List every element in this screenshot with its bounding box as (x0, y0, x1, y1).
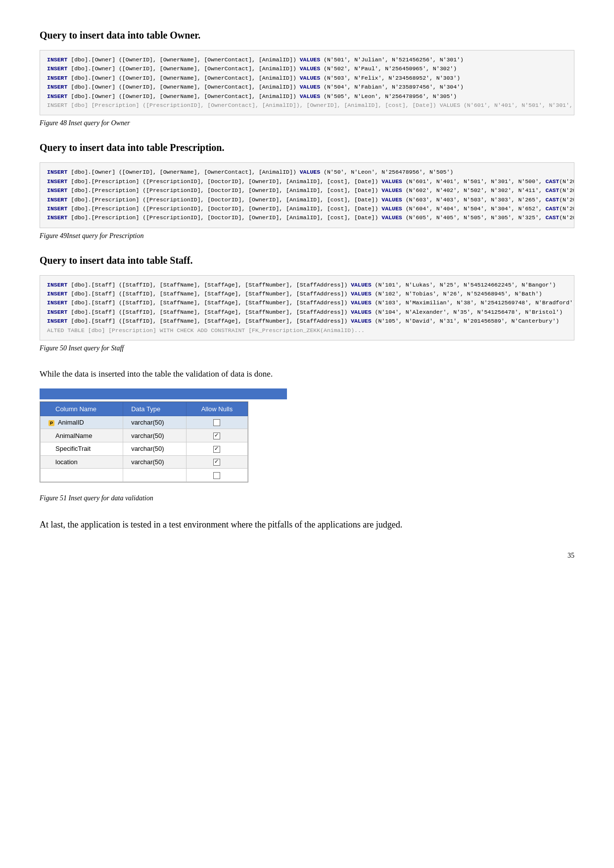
table-cell-colname (41, 469, 123, 482)
table-header-bar (40, 388, 287, 399)
col-header-colname: Column Name (41, 402, 123, 416)
col-header-allownulls: Allow Nulls (186, 402, 247, 416)
table-cell-datatype: varchar(50) (123, 455, 187, 469)
staff-figure-caption: Figure 50 Inset query for Staff (40, 344, 574, 352)
table-row: AnimalName varchar(50) (41, 429, 248, 442)
validation-table-wrapper: Column Name Data Type Allow Nulls P Anim… (40, 388, 287, 489)
table-row: SpecificTrait varchar(50) (41, 442, 248, 456)
staff-code-block: INSERT [dbo].[Staff] ([StaffID], [StaffN… (40, 275, 574, 340)
table-cell-colname: location (41, 455, 123, 469)
col-header-datatype: Data Type (123, 402, 187, 416)
table-cell-datatype: varchar(50) (123, 442, 187, 456)
table-row (41, 469, 248, 482)
checkbox-unchecked (213, 472, 220, 479)
validation-table: Column Name Data Type Allow Nulls P Anim… (40, 402, 248, 482)
prescription-section: Query to insert data into table Prescrip… (40, 142, 574, 240)
table-cell-allownulls (186, 429, 247, 442)
prescription-section-title: Query to insert data into table Prescrip… (40, 142, 574, 153)
validation-table-container: Column Name Data Type Allow Nulls P Anim… (40, 401, 248, 482)
prescription-figure-caption: Figure 49Inset query for Prescription (40, 232, 574, 240)
checkbox-checked (213, 446, 220, 453)
table-cell-allownulls (186, 442, 247, 456)
page-number: 35 (40, 552, 574, 560)
checkbox-unchecked (213, 419, 220, 426)
table-cell-datatype (123, 469, 187, 482)
table-cell-allownulls (186, 416, 247, 429)
owner-section: Query to insert data into table Owner. I… (40, 30, 574, 127)
staff-section-title: Query to insert data into table Staff. (40, 255, 574, 266)
prescription-code-block: INSERT [dbo].[Owner] ([OwnerID], [OwnerN… (40, 162, 574, 228)
validation-figure-caption: Figure 51 Inset query for data validatio… (40, 494, 574, 502)
table-cell-datatype: varchar(50) (123, 416, 187, 429)
checkbox-checked (213, 433, 220, 439)
staff-section: Query to insert data into table Staff. I… (40, 255, 574, 352)
checkbox-checked (213, 459, 220, 466)
validation-intro-text: While the data is inserted into the tabl… (40, 367, 574, 382)
table-row: P AnimalID varchar(50) (41, 416, 248, 429)
table-cell-colname: SpecificTrait (41, 442, 123, 456)
table-cell-allownulls (186, 469, 247, 482)
owner-section-title: Query to insert data into table Owner. (40, 30, 574, 41)
table-cell-datatype: varchar(50) (123, 429, 187, 442)
owner-figure-caption: Figure 48 Inset query for Owner (40, 119, 574, 127)
table-cell-colname: P AnimalID (41, 416, 123, 429)
validation-section: While the data is inserted into the tabl… (40, 367, 574, 502)
animal-id-label: AnimalID (58, 419, 84, 426)
table-header-row: Column Name Data Type Allow Nulls (41, 402, 248, 416)
owner-code-block: INSERT [dbo].[Owner] ([OwnerID], [OwnerN… (40, 50, 574, 115)
table-cell-allownulls (186, 455, 247, 469)
body-text: At last, the application is tested in a … (40, 517, 574, 532)
table-cell-colname: AnimalName (41, 429, 123, 442)
table-row: location varchar(50) (41, 455, 248, 469)
pk-icon: P (48, 420, 54, 426)
